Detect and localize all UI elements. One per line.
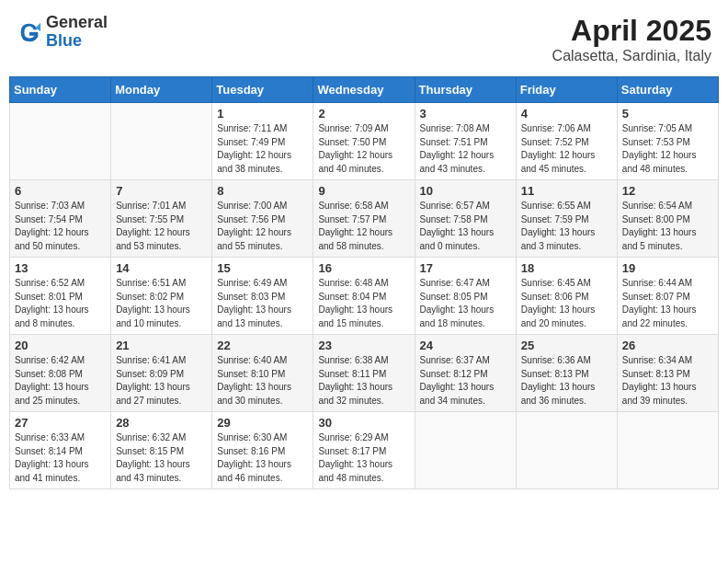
title-area: April 2025 Calasetta, Sardinia, Italy xyxy=(552,14,711,64)
day-info: Sunrise: 6:55 AM Sunset: 7:59 PM Dayligh… xyxy=(521,200,612,253)
day-cell: 12Sunrise: 6:54 AM Sunset: 8:00 PM Dayli… xyxy=(617,180,718,258)
day-cell: 17Sunrise: 6:47 AM Sunset: 8:05 PM Dayli… xyxy=(415,258,516,335)
day-info: Sunrise: 7:03 AM Sunset: 7:54 PM Dayligh… xyxy=(15,200,106,253)
day-cell: 7Sunrise: 7:01 AM Sunset: 7:55 PM Daylig… xyxy=(111,180,212,258)
day-cell: 14Sunrise: 6:51 AM Sunset: 8:02 PM Dayli… xyxy=(111,258,212,335)
day-cell xyxy=(516,412,617,489)
header: General Blue April 2025 Calasetta, Sardi… xyxy=(9,9,719,69)
day-info: Sunrise: 7:06 AM Sunset: 7:52 PM Dayligh… xyxy=(521,122,612,176)
day-info: Sunrise: 6:36 AM Sunset: 8:13 PM Dayligh… xyxy=(521,354,612,408)
day-info: Sunrise: 6:29 AM Sunset: 8:17 PM Dayligh… xyxy=(318,431,409,485)
day-number: 30 xyxy=(318,416,409,430)
day-info: Sunrise: 7:05 AM Sunset: 7:53 PM Dayligh… xyxy=(622,122,713,176)
day-number: 7 xyxy=(116,184,207,198)
day-info: Sunrise: 7:11 AM Sunset: 7:49 PM Dayligh… xyxy=(217,122,308,176)
weekday-header-saturday: Saturday xyxy=(617,77,718,103)
day-number: 23 xyxy=(318,339,409,352)
day-number: 24 xyxy=(420,339,511,352)
day-info: Sunrise: 6:30 AM Sunset: 8:16 PM Dayligh… xyxy=(217,431,308,485)
day-cell xyxy=(617,412,718,489)
day-info: Sunrise: 6:38 AM Sunset: 8:11 PM Dayligh… xyxy=(318,354,409,408)
day-cell: 6Sunrise: 7:03 AM Sunset: 7:54 PM Daylig… xyxy=(10,180,111,258)
day-cell: 1Sunrise: 7:11 AM Sunset: 7:49 PM Daylig… xyxy=(212,103,313,180)
weekday-header-friday: Friday xyxy=(516,77,617,103)
day-cell: 13Sunrise: 6:52 AM Sunset: 8:01 PM Dayli… xyxy=(10,258,111,335)
calendar: SundayMondayTuesdayWednesdayThursdayFrid… xyxy=(9,76,719,489)
logo-text: General Blue xyxy=(46,14,108,51)
day-cell: 21Sunrise: 6:41 AM Sunset: 8:09 PM Dayli… xyxy=(111,335,212,412)
week-row-4: 20Sunrise: 6:42 AM Sunset: 8:08 PM Dayli… xyxy=(10,335,719,412)
day-number: 12 xyxy=(622,184,713,198)
day-cell: 10Sunrise: 6:57 AM Sunset: 7:58 PM Dayli… xyxy=(415,180,516,258)
day-cell: 29Sunrise: 6:30 AM Sunset: 8:16 PM Dayli… xyxy=(212,412,313,489)
weekday-header-thursday: Thursday xyxy=(415,77,516,103)
day-info: Sunrise: 6:44 AM Sunset: 8:07 PM Dayligh… xyxy=(622,277,713,330)
day-cell: 11Sunrise: 6:55 AM Sunset: 7:59 PM Dayli… xyxy=(516,180,617,258)
logo-blue: Blue xyxy=(46,32,108,51)
day-number: 4 xyxy=(521,107,612,121)
day-cell: 20Sunrise: 6:42 AM Sunset: 8:08 PM Dayli… xyxy=(10,335,111,412)
weekday-header-wednesday: Wednesday xyxy=(313,77,415,103)
day-cell: 22Sunrise: 6:40 AM Sunset: 8:10 PM Dayli… xyxy=(212,335,313,412)
day-cell: 23Sunrise: 6:38 AM Sunset: 8:11 PM Dayli… xyxy=(313,335,415,412)
day-info: Sunrise: 6:42 AM Sunset: 8:08 PM Dayligh… xyxy=(15,354,106,408)
day-number: 20 xyxy=(15,339,106,352)
day-info: Sunrise: 6:51 AM Sunset: 8:02 PM Dayligh… xyxy=(116,277,207,330)
week-row-1: 1Sunrise: 7:11 AM Sunset: 7:49 PM Daylig… xyxy=(10,103,719,180)
day-number: 16 xyxy=(318,261,409,275)
day-info: Sunrise: 7:01 AM Sunset: 7:55 PM Dayligh… xyxy=(116,200,207,253)
logo-icon xyxy=(17,19,42,45)
day-info: Sunrise: 6:32 AM Sunset: 8:15 PM Dayligh… xyxy=(116,431,207,485)
day-number: 18 xyxy=(521,261,612,275)
day-number: 6 xyxy=(15,184,106,198)
day-info: Sunrise: 7:08 AM Sunset: 7:51 PM Dayligh… xyxy=(420,122,511,176)
day-info: Sunrise: 6:33 AM Sunset: 8:14 PM Dayligh… xyxy=(15,431,106,485)
day-number: 17 xyxy=(420,261,511,275)
day-number: 2 xyxy=(318,107,409,121)
day-cell: 16Sunrise: 6:48 AM Sunset: 8:04 PM Dayli… xyxy=(313,258,415,335)
day-info: Sunrise: 6:57 AM Sunset: 7:58 PM Dayligh… xyxy=(420,200,511,253)
week-row-5: 27Sunrise: 6:33 AM Sunset: 8:14 PM Dayli… xyxy=(10,412,719,489)
day-info: Sunrise: 6:47 AM Sunset: 8:05 PM Dayligh… xyxy=(420,277,511,330)
day-cell: 19Sunrise: 6:44 AM Sunset: 8:07 PM Dayli… xyxy=(617,258,718,335)
day-number: 10 xyxy=(420,184,511,198)
weekday-header-tuesday: Tuesday xyxy=(212,77,313,103)
day-info: Sunrise: 6:41 AM Sunset: 8:09 PM Dayligh… xyxy=(116,354,207,408)
day-cell: 24Sunrise: 6:37 AM Sunset: 8:12 PM Dayli… xyxy=(415,335,516,412)
day-cell: 30Sunrise: 6:29 AM Sunset: 8:17 PM Dayli… xyxy=(313,412,415,489)
day-number: 1 xyxy=(217,107,308,121)
day-cell: 15Sunrise: 6:49 AM Sunset: 8:03 PM Dayli… xyxy=(212,258,313,335)
day-info: Sunrise: 6:40 AM Sunset: 8:10 PM Dayligh… xyxy=(217,354,308,408)
day-number: 26 xyxy=(622,339,713,352)
day-info: Sunrise: 6:58 AM Sunset: 7:57 PM Dayligh… xyxy=(318,200,409,253)
day-number: 3 xyxy=(420,107,511,121)
weekday-header-row: SundayMondayTuesdayWednesdayThursdayFrid… xyxy=(10,77,719,103)
day-number: 22 xyxy=(217,339,308,352)
logo-general: General xyxy=(46,14,108,32)
day-info: Sunrise: 6:54 AM Sunset: 8:00 PM Dayligh… xyxy=(622,200,713,253)
day-number: 19 xyxy=(622,261,713,275)
week-row-2: 6Sunrise: 7:03 AM Sunset: 7:54 PM Daylig… xyxy=(10,180,719,258)
day-info: Sunrise: 7:09 AM Sunset: 7:50 PM Dayligh… xyxy=(318,122,409,176)
day-number: 21 xyxy=(116,339,207,352)
day-cell: 3Sunrise: 7:08 AM Sunset: 7:51 PM Daylig… xyxy=(415,103,516,180)
day-cell xyxy=(415,412,516,489)
day-cell: 25Sunrise: 6:36 AM Sunset: 8:13 PM Dayli… xyxy=(516,335,617,412)
day-cell: 18Sunrise: 6:45 AM Sunset: 8:06 PM Dayli… xyxy=(516,258,617,335)
week-row-3: 13Sunrise: 6:52 AM Sunset: 8:01 PM Dayli… xyxy=(10,258,719,335)
day-info: Sunrise: 6:52 AM Sunset: 8:01 PM Dayligh… xyxy=(15,277,106,330)
day-cell: 9Sunrise: 6:58 AM Sunset: 7:57 PM Daylig… xyxy=(313,180,415,258)
day-cell xyxy=(111,103,212,180)
day-info: Sunrise: 6:49 AM Sunset: 8:03 PM Dayligh… xyxy=(217,277,308,330)
day-number: 28 xyxy=(116,416,207,430)
day-info: Sunrise: 6:45 AM Sunset: 8:06 PM Dayligh… xyxy=(521,277,612,330)
day-info: Sunrise: 6:37 AM Sunset: 8:12 PM Dayligh… xyxy=(420,354,511,408)
day-info: Sunrise: 6:34 AM Sunset: 8:13 PM Dayligh… xyxy=(622,354,713,408)
day-number: 9 xyxy=(318,184,409,198)
weekday-header-sunday: Sunday xyxy=(10,77,111,103)
day-number: 29 xyxy=(217,416,308,430)
day-number: 8 xyxy=(217,184,308,198)
day-cell: 5Sunrise: 7:05 AM Sunset: 7:53 PM Daylig… xyxy=(617,103,718,180)
day-cell: 4Sunrise: 7:06 AM Sunset: 7:52 PM Daylig… xyxy=(516,103,617,180)
day-number: 11 xyxy=(521,184,612,198)
